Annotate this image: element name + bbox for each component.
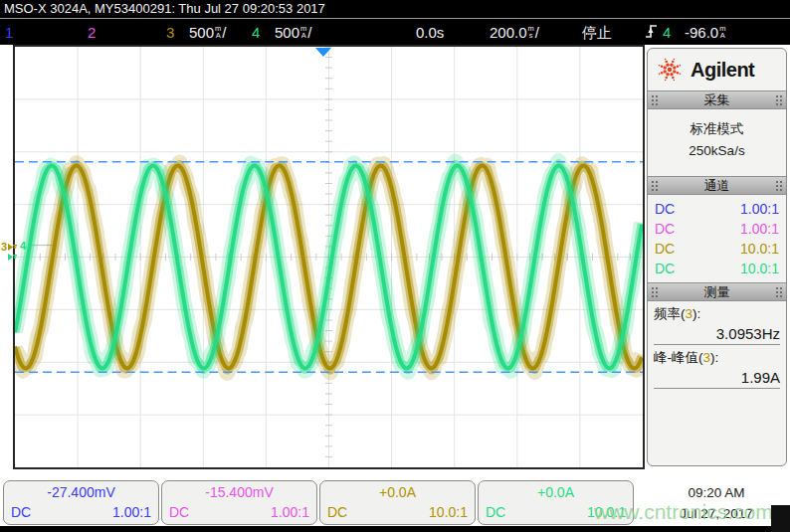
measurement-pkpk-value: 1.99A bbox=[654, 368, 780, 389]
window-title: MSO-X 3024A, MY53400291: Thu Jul 27 09:2… bbox=[4, 1, 325, 16]
brand-name: Agilent bbox=[691, 59, 754, 82]
measurement-frequency-label: 频率(3): bbox=[654, 304, 780, 324]
watermark: www.cntronics.com bbox=[594, 500, 773, 524]
channel2-offset-value: -15.400mV bbox=[162, 484, 316, 500]
grip-icon bbox=[775, 180, 783, 191]
timebase-setting[interactable]: 200.0ms/ bbox=[490, 21, 539, 44]
measurement-frequency-value: 3.0953Hz bbox=[654, 324, 780, 345]
sample-rate: 250kSa/s bbox=[648, 140, 786, 162]
brand-row: Agilent bbox=[648, 49, 786, 90]
channel2-status[interactable]: 2 bbox=[88, 21, 96, 44]
channel4-status[interactable]: 4 bbox=[252, 21, 260, 44]
channel3-probe: 10.0:1 bbox=[429, 504, 468, 520]
channel3-status[interactable]: 3 bbox=[166, 21, 174, 44]
ch3-ground-marker[interactable]: 3 bbox=[1, 242, 7, 253]
channel1-offset-value: -27.400mV bbox=[4, 484, 158, 500]
top-status-bar: MSO-X 3024A, MY53400291: Thu Jul 27 09:2… bbox=[0, 0, 790, 45]
corner-block bbox=[771, 505, 790, 532]
measurement-pkpk-label: 峰-峰值(3): bbox=[654, 348, 780, 368]
section-header-channels[interactable]: 通道 bbox=[648, 176, 786, 195]
grip-icon bbox=[775, 94, 783, 105]
plot-svg bbox=[15, 47, 643, 467]
measurements-list: 频率(3): 3.0953Hz 峰-峰值(3): 1.99A bbox=[648, 301, 786, 392]
channel1-coupling: DC bbox=[11, 504, 31, 520]
channel4-coupling: DC bbox=[486, 504, 505, 520]
channel4-settings[interactable]: DC 10.0:1 bbox=[648, 259, 786, 278]
section-header-measure[interactable]: 测量 bbox=[648, 282, 786, 301]
channel3-scale[interactable]: 500mA/ bbox=[189, 21, 226, 44]
channel1-probe: 1.00:1 bbox=[112, 504, 151, 520]
channel1-status[interactable]: 1 bbox=[5, 21, 13, 44]
channel3-offset-value: +0.0A bbox=[320, 484, 475, 500]
grip-icon bbox=[775, 286, 783, 297]
acquire-mode: 标准模式 bbox=[648, 118, 786, 140]
channel1-bottom-panel[interactable]: -27.400mV DC 1.00:1 bbox=[3, 480, 159, 525]
channel2-probe: 1.00:1 bbox=[271, 504, 309, 520]
channel3-bottom-panel[interactable]: +0.0A DC 10.0:1 bbox=[319, 480, 476, 525]
channel4-offset-value: +0.0A bbox=[479, 484, 633, 500]
acquire-info: 标准模式 250kSa/s bbox=[648, 109, 786, 176]
grip-icon bbox=[651, 94, 659, 105]
channel3-settings[interactable]: DC 10.0:1 bbox=[648, 239, 786, 259]
run-state-indicator: 停止 bbox=[582, 21, 612, 44]
channel2-coupling: DC bbox=[169, 504, 189, 520]
bottom-strip bbox=[0, 526, 790, 532]
header-divider bbox=[0, 18, 790, 19]
ch4-ground-marker[interactable]: 4 bbox=[20, 241, 26, 252]
right-sidebar: Agilent 采集 标准模式 250kSa/s 通道 DC 1.00:1 DC… bbox=[647, 48, 787, 466]
ch4-ground-icon bbox=[8, 253, 17, 264]
channel3-coupling: DC bbox=[327, 504, 347, 520]
channel4-scale[interactable]: 500mA/ bbox=[275, 21, 311, 44]
trigger-level[interactable]: -96.0mA bbox=[685, 21, 726, 44]
trigger-source[interactable]: 4 bbox=[663, 21, 671, 44]
channel2-bottom-panel[interactable]: -15.400mV DC 1.00:1 bbox=[161, 480, 317, 525]
horizontal-delay[interactable]: 0.0s bbox=[416, 21, 444, 44]
grip-icon bbox=[651, 286, 659, 297]
channel2-settings[interactable]: DC 1.00:1 bbox=[648, 219, 786, 239]
channel-settings-list: DC 1.00:1 DC 1.00:1 DC 10.0:1 DC 10.0:1 bbox=[648, 195, 786, 282]
section-header-acquire[interactable]: 采集 bbox=[648, 90, 786, 109]
grip-icon bbox=[651, 180, 659, 191]
channel1-settings[interactable]: DC 1.00:1 bbox=[648, 199, 786, 219]
waveform-display bbox=[13, 45, 645, 469]
agilent-logo-icon bbox=[657, 57, 683, 83]
trigger-edge-icon bbox=[645, 23, 659, 46]
